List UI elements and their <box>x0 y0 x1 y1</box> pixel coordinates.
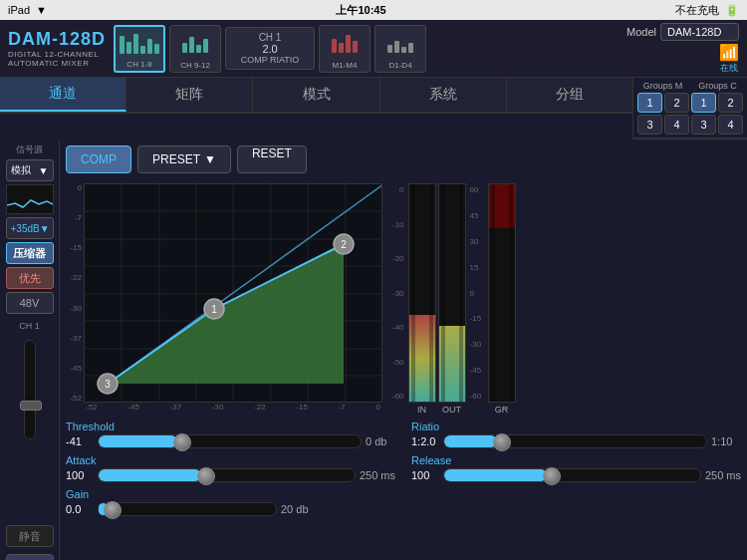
bar-d2 <box>394 41 399 53</box>
y-labels: 0 -7 -15 -22 -30 -37 -45 -52 <box>66 183 84 403</box>
attack-knob[interactable] <box>197 467 215 485</box>
svg-text:1: 1 <box>211 304 217 315</box>
v48-button[interactable]: 48V <box>6 292 54 314</box>
mute-button[interactable]: 静音 <box>6 525 54 547</box>
ratio-knob[interactable] <box>493 433 511 451</box>
release-label: Release <box>411 454 741 466</box>
attack-group: Attack 100 250 ms <box>66 454 395 482</box>
left-sidebar: 信号源 模拟 ▼ +35dB ▼ 压缩器 优先 48V CH 1 <box>0 140 60 560</box>
gain-knob[interactable] <box>104 501 122 519</box>
compressor-button[interactable]: 压缩器 <box>6 242 54 264</box>
bar6 <box>154 44 159 54</box>
release-slider[interactable] <box>443 468 701 482</box>
gain-slider[interactable] <box>98 502 277 516</box>
group-c3[interactable]: 3 <box>691 115 716 135</box>
bar-d4 <box>408 43 413 53</box>
gr-meter-track <box>488 183 516 403</box>
bar-b <box>189 37 194 53</box>
header: DAM-128D DIGITAL 12-CHANNEL AUTOMATIC MI… <box>0 20 747 78</box>
release-group: Release 100 250 ms <box>411 454 741 482</box>
groups-header: Groups M Groups C <box>637 81 743 91</box>
fader-track <box>24 340 36 439</box>
reset-label: RESET <box>252 146 292 160</box>
time: 上午10:45 <box>336 3 385 18</box>
logo-sub1: DIGITAL 12-CHANNEL <box>8 50 106 59</box>
tab-system[interactable]: 系统 <box>380 78 507 112</box>
preset-button[interactable]: PRESET ▼ <box>137 145 231 173</box>
group-m1[interactable]: 1 <box>637 93 662 113</box>
gain-label: Gain <box>66 488 741 500</box>
gain-controls: 0.0 20 db <box>66 502 741 516</box>
attack-slider[interactable] <box>98 468 356 482</box>
comp-button[interactable]: COMP <box>66 145 131 173</box>
thumb-label-3: M1-M4 <box>333 61 358 70</box>
out-dark1 <box>441 184 445 402</box>
source-select[interactable]: 模拟 ▼ <box>6 159 54 181</box>
bar5 <box>147 39 152 54</box>
source-type: 模拟 <box>11 163 31 177</box>
thumb-label-1: CH 1-8 <box>126 60 151 69</box>
bar2 <box>126 42 131 54</box>
attack-unit: 250 ms <box>360 469 395 481</box>
ch-num-button[interactable]: 1 <box>6 554 54 560</box>
tab-channel[interactable]: 通道 <box>0 78 126 112</box>
threshold-slider[interactable] <box>98 434 362 448</box>
threshold-knob[interactable] <box>173 433 191 451</box>
thumb-d1d4[interactable]: D1-D4 <box>374 25 426 73</box>
logo-sub2: AUTOMATIC MIXER <box>8 59 106 68</box>
params-area: Threshold -41 0 db Riatio 1:2.0 <box>66 420 741 516</box>
group-m2[interactable]: 2 <box>664 93 689 113</box>
comp-graph: 3 1 2 <box>84 183 382 403</box>
group-c4[interactable]: 4 <box>718 115 743 135</box>
thumb-bars-3 <box>332 29 358 53</box>
priority-button[interactable]: 优先 <box>6 267 54 289</box>
model-row: Model DAM-128D <box>626 23 739 41</box>
bar4 <box>140 46 145 54</box>
out-meter-col: OUT <box>438 183 466 415</box>
bar-m3 <box>346 35 351 53</box>
bar-m4 <box>353 41 358 53</box>
ratio-slider[interactable] <box>443 434 707 448</box>
main-content: 信号源 模拟 ▼ +35dB ▼ 压缩器 优先 48V CH 1 <box>0 140 747 560</box>
tab-matrix[interactable]: 矩阵 <box>126 78 253 112</box>
gr-dark2 <box>509 184 513 402</box>
groups-panel: Groups M Groups C 1 2 1 2 3 4 3 4 <box>632 78 747 140</box>
reset-button[interactable]: RESET <box>237 145 307 173</box>
group-c1[interactable]: 1 <box>691 93 716 113</box>
channel-thumbs: CH 1-8 CH 9-12 CH 1 2.0 COMP RIATIO M1-M <box>114 25 426 73</box>
out-dark2 <box>459 184 463 402</box>
tab-group[interactable]: 分组 <box>507 78 632 112</box>
in-meter-col: IN <box>408 183 436 415</box>
threshold-group: Threshold -41 0 db <box>66 420 395 448</box>
ch-label: CH 1 <box>19 321 40 331</box>
release-knob[interactable] <box>543 467 561 485</box>
model-select[interactable]: DAM-128D <box>660 23 739 41</box>
preset-arrow: ▼ <box>204 152 216 166</box>
groups-m-label: Groups M <box>637 81 688 91</box>
threshold-unit: 0 db <box>366 435 395 447</box>
gain-group: Gain 0.0 20 db <box>66 488 741 516</box>
fader-handle[interactable] <box>20 401 42 411</box>
graph-wrapper: 0 -7 -15 -22 -30 -37 -45 -52 <box>66 183 382 415</box>
x-labels: -52 -45 -37 -30 -22 -15 -7 0 <box>84 403 382 412</box>
gain-select[interactable]: +35dB ▼ <box>6 217 54 239</box>
toolbar: COMP PRESET ▼ RESET <box>66 145 741 173</box>
thumb-m1m4[interactable]: M1-M4 <box>319 25 371 73</box>
thumb-ch9-12[interactable]: CH 9-12 <box>169 25 221 73</box>
group-m3[interactable]: 3 <box>637 115 662 135</box>
wifi-status: ▼ <box>36 4 47 16</box>
bar-d <box>203 39 208 53</box>
gr-meter-col: GR <box>488 183 516 415</box>
eq-curve <box>7 185 54 214</box>
compressor-label: 压缩器 <box>13 246 46 261</box>
eq-graph <box>6 184 54 214</box>
group-c2[interactable]: 2 <box>718 93 743 113</box>
tab-mode[interactable]: 模式 <box>253 78 379 112</box>
thumb-ch1-8[interactable]: CH 1-8 <box>114 25 165 73</box>
group-m4[interactable]: 4 <box>664 115 689 135</box>
release-unit: 250 ms <box>705 469 741 481</box>
threshold-label: Threshold <box>66 420 395 432</box>
attack-controls: 100 250 ms <box>66 468 395 482</box>
ch-info-sub: COMP RIATIO <box>236 55 304 65</box>
in-dark2 <box>429 184 433 402</box>
